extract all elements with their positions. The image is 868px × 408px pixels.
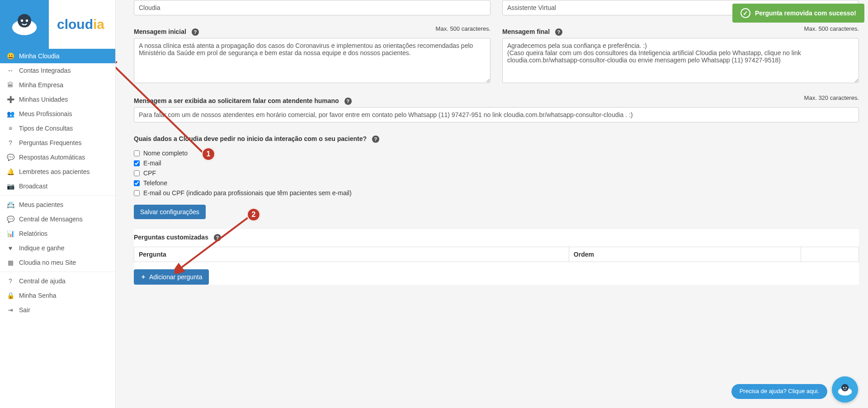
sidebar-item-relato-rios[interactable]: 📊Relatórios [0,226,115,241]
nav-list: 😀Minha Cloudia↔Contas Integradas🏛Minha E… [0,49,115,317]
sidebar-item-label: Tipos de Consultas [19,125,73,132]
col-pergunta: Pergunta [134,247,569,262]
checkbox-2[interactable] [134,170,140,176]
menu-icon: 📇 [6,201,14,208]
sidebar-item-tipos-de-consultas[interactable]: ≡Tipos de Consultas [0,121,115,136]
col-ordem: Ordem [569,247,801,262]
sidebar-item-central-de-mensagens[interactable]: 💬Central de Mensagens [0,212,115,226]
sidebar-item-central-de-ajuda[interactable]: ?Central de ajuda [0,274,115,288]
help-avatar-button[interactable] [832,376,858,403]
help-pill[interactable]: Precisa de ajuda? Clique aqui. [731,384,827,399]
menu-icon: ▦ [6,259,14,266]
sidebar-item-label: Minha Empresa [19,81,63,89]
sidebar-item-lembretes-aos-pacientes[interactable]: 🔔Lembretes aos pacientes [0,164,115,179]
checkbox-0[interactable] [134,150,140,156]
sidebar-item-broadcast[interactable]: 📷Broadcast [0,179,115,193]
checkbox-row: E-mail [134,159,859,167]
checkbox-row: CPF [134,169,859,177]
check-circle-icon: ✓ [741,8,750,18]
sidebar-item-label: Lembretes aos pacientes [19,168,90,175]
sidebar-item-indique-e-ganhe[interactable]: ♥Indique e ganhe [0,241,115,255]
mensagem-inicial-textarea[interactable] [134,38,491,83]
checkbox-1[interactable] [134,160,140,166]
menu-icon: ➕ [6,96,14,103]
sidebar-item-minha-senha[interactable]: 🔒Minha Senha [0,288,115,303]
mensagem-humano-input[interactable] [134,107,859,122]
help-icon[interactable]: ? [192,28,199,36]
sidebar-item-label: Perguntas Frequentes [19,139,82,146]
sidebar-item-contas-integradas[interactable]: ↔Contas Integradas [0,63,115,78]
toast-message: Pergunta removida com sucesso! [755,9,856,17]
menu-icon: 💬 [6,154,14,161]
success-toast: ✓ Pergunta removida com sucesso! [732,4,864,23]
max-chars-humano: Max. 320 caracteres. [804,94,859,101]
adicionar-pergunta-button[interactable]: ＋Adicionar pergunta [134,269,209,285]
sidebar-item-label: Central de Mensagens [19,216,83,223]
max-chars-final: Max. 500 caracteres. [804,25,859,32]
menu-icon: 🔒 [6,292,14,299]
sidebar-item-label: Broadcast [19,183,47,190]
plus-icon: ＋ [140,273,146,281]
menu-icon: 📊 [6,230,14,237]
mensagem-final-label: Mensagem final [502,28,550,35]
menu-icon: ♥ [6,244,14,252]
sidebar-item-perguntas-frequentes[interactable]: ?Perguntas Frequentes [0,136,115,150]
sidebar-item-minha-empresa[interactable]: 🏛Minha Empresa [0,78,115,92]
sidebar-item-minha-cloudia[interactable]: 😀Minha Cloudia [0,49,115,63]
checkbox-label: E-mail ou CPF (indicado para profissiona… [143,189,352,197]
perguntas-customizadas-panel: Perguntas customizadas ? Pergunta Ordem … [134,229,859,285]
sidebar-item-label: Central de ajuda [19,277,66,285]
salvar-configuracoes-button[interactable]: Salvar configurações [134,205,206,219]
sidebar-item-label: Contas Integradas [19,67,71,74]
cloud-face-icon [9,9,40,40]
sidebar-item-label: Meus pacientes [19,201,63,208]
mensagem-humano-label: Mensagem a ser exibida ao solicitarem fa… [134,97,339,104]
svg-point-2 [21,19,23,22]
checkbox-3[interactable] [134,180,140,186]
sidebar-item-respostas-automa-ticas[interactable]: 💬Respostas Automáticas [0,150,115,164]
dados-checkbox-list: Nome completoE-mailCPFTelefoneE-mail ou … [134,150,859,197]
sidebar-item-label: Sair [19,306,30,314]
checkbox-label: E-mail [143,159,161,167]
sidebar-item-minhas-unidades[interactable]: ➕Minhas Unidades [0,92,115,107]
max-chars-inicial: Max. 500 caracteres. [436,25,491,32]
checkbox-label: CPF [143,169,156,177]
menu-icon: 🏛 [6,81,14,89]
menu-icon: 💬 [6,216,14,223]
help-icon[interactable]: ? [555,28,562,36]
logo: cloudia [0,0,115,49]
sidebar-item-meus-pacientes[interactable]: 📇Meus pacientes [0,197,115,212]
menu-icon: 👥 [6,110,14,117]
svg-point-3 [26,19,28,22]
sidebar-item-label: Minha Cloudia [19,52,60,60]
mensagem-final-textarea[interactable] [502,38,859,83]
svg-point-8 [843,387,844,389]
sidebar-item-meus-profissionais[interactable]: 👥Meus Profissionais [0,107,115,121]
help-icon[interactable]: ? [344,98,352,105]
sidebar-item-sair[interactable]: ⇥Sair [0,303,115,317]
nome-input[interactable] [134,0,491,15]
sidebar-item-label: Relatórios [19,230,47,237]
checkbox-label: Telefone [143,179,167,187]
perguntas-customizadas-title: Perguntas customizadas [134,234,208,241]
dados-label: Quais dados a Cloudia deve pedir no inic… [134,135,367,142]
help-icon[interactable]: ? [372,136,379,143]
help-icon[interactable]: ? [214,234,221,241]
sidebar-item-label: Indique e ganhe [19,244,64,252]
menu-icon: ? [6,139,14,146]
col-actions [801,247,859,262]
checkbox-row: Nome completo [134,150,859,157]
svg-point-9 [845,387,847,389]
sidebar-item-cloudia-no-meu-site[interactable]: ▦Cloudia no meu Site [0,255,115,270]
logo-mark [0,0,49,49]
checkbox-label: Nome completo [143,150,188,157]
menu-icon: 😀 [6,52,14,60]
sidebar-item-label: Meus Profissionais [19,110,72,117]
menu-icon: ≡ [6,125,14,132]
sidebar-item-label: Minha Senha [19,292,57,299]
sidebar-item-label: Respostas Automáticas [19,154,85,161]
menu-icon: 🔔 [6,168,14,175]
menu-icon: ⇥ [6,306,14,314]
annotation-badge-2: 2 [247,208,260,221]
checkbox-4[interactable] [134,190,140,196]
